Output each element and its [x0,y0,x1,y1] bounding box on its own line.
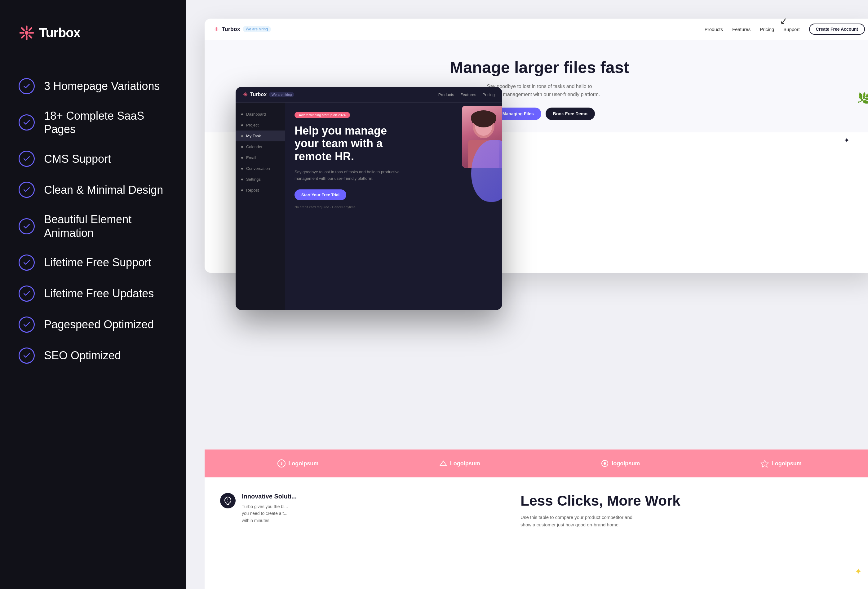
svg-point-8 [604,462,606,465]
sidebar-dot [241,124,243,126]
sidebar-label: Conversation [246,166,270,171]
feature-item: 3 Homepage Variations [19,78,167,94]
dark-nav-pricing[interactable]: Pricing [482,92,495,97]
svg-point-0 [25,31,28,35]
feature-label: 18+ Complete SaaS Pages [44,109,167,136]
hiring-badge-main: We are hiring [243,26,271,32]
spiral-decoration: ↙ [779,15,788,27]
svg-text:S: S [280,462,283,465]
sidebar-dot [241,114,243,115]
star2-decoration: ✦ [844,136,849,145]
check-circle [19,285,35,302]
feature-item: CMS Support [19,151,167,167]
nav-products[interactable]: Products [705,27,723,32]
logo-strip-item-1: S Logoipsum [277,459,318,468]
logo-strip-item-4: Logoipsum [760,459,802,468]
bottom-left: Innovative Soluti... Turbo gives you the… [220,493,502,524]
dark-nav-features[interactable]: Features [461,92,476,97]
logoipsum-1: Logoipsum [288,461,318,467]
feature-item: Beautiful Element Animation [19,213,167,239]
dark-nav-links: Products Features Pricing [438,92,495,97]
nav-features[interactable]: Features [732,27,750,32]
feature-label: Clean & Minimal Design [44,183,163,196]
less-clicks-title: Less Clicks, More Work [521,493,859,509]
feature-label: Lifetime Free Updates [44,287,154,300]
feature-item: Pagespeed Optimized [19,316,167,333]
nav-pricing[interactable]: Pricing [760,27,774,32]
innovative-desc: Turbo gives you the bl...you need to cre… [242,503,297,524]
logo-text-left: Turbox [39,25,80,40]
sidebar-item-dark[interactable]: Repost [236,185,285,196]
sidebar-item-dark[interactable]: Calender [236,141,285,152]
start-trial-button[interactable]: Start Your Free Trial [294,189,346,200]
sidebar-item-dark[interactable]: Dashboard [236,109,285,120]
logoipsum-4: Logoipsum [772,461,802,467]
logo-area: Turbox [19,25,167,41]
main-logo-text: Turbox [221,26,240,32]
sidebar-label: Calender [246,145,263,149]
sidebar-item-dark[interactable]: Email [236,152,285,163]
logoipsum-3: logoipsum [612,461,640,467]
main-browser-nav: ✳ Turbox We are hiring Products Features… [205,19,868,40]
check-circle [19,218,35,234]
check-circle [19,316,35,333]
feature-item: 18+ Complete SaaS Pages [19,109,167,136]
bottom-right: Less Clicks, More Work Use this table to… [521,493,859,528]
feature-label: Pagespeed Optimized [44,318,154,331]
sidebar-dot [241,135,243,137]
logo-strip-item-2: Logoipsum [439,459,480,468]
dark-main-content: Award winning startup on 2024 Help you m… [285,103,502,310]
left-panel: Turbox 3 Homepage Variations 18+ Complet… [0,0,186,589]
feature-label: 3 Homepage Variations [44,79,160,93]
dark-nav-products[interactable]: Products [438,92,454,97]
innovative-section: Innovative Soluti... Turbo gives you the… [220,493,502,524]
sidebar-item-dark[interactable]: My Task [236,130,285,141]
logo-strip-item-3: logoipsum [601,459,640,468]
sidebar-item-dark[interactable]: Project [236,120,285,130]
announce-badge: Award winning startup on 2024 [294,112,350,118]
sidebar-label: Dashboard [246,112,266,117]
check-circle [19,182,35,198]
sidebar-dot [241,157,243,159]
sidebar-dot [241,179,243,180]
check-circle [19,254,35,271]
logoipsum-2: Logoipsum [450,461,480,467]
main-logo-icon: ✳ [214,25,219,33]
dark-hero-subtitle: Say goodbye to lost in tons of tasks and… [294,169,406,182]
innovative-title: Innovative Soluti... [242,493,297,500]
nav-support[interactable]: Support [783,27,800,32]
sidebar-label: Settings [246,177,261,182]
feature-item: Clean & Minimal Design [19,182,167,198]
star-decoration: ✦ [855,566,862,577]
check-circle [19,151,35,167]
dark-hero-title: Help you manage your team with a remote … [294,124,412,163]
innovative-icon [220,493,236,508]
dark-browser-nav: ✳ Turbox We are hiring Products Features… [236,87,502,103]
sidebar-label: My Task [246,134,261,138]
bottom-section: Innovative Soluti... Turbo gives you the… [205,477,868,589]
dark-layout: DashboardProjectMy TaskCalenderEmailConv… [236,103,502,310]
feature-item: Lifetime Free Updates [19,285,167,302]
dark-browser-logo: ✳ Turbox We are hiring [243,91,294,98]
dark-browser-window: ✳ Turbox We are hiring Products Features… [236,87,502,310]
sidebar-label: Email [246,155,256,160]
logo-strip: S Logoipsum Logoipsum logoipsum Logoipsu… [205,450,868,477]
sidebar-item-dark[interactable]: Conversation [236,163,285,174]
book-demo-button[interactable]: Book Free Demo [546,108,595,120]
feature-label: CMS Support [44,152,111,165]
sidebar-label: Project [246,123,258,127]
create-account-button[interactable]: Create Free Account [809,24,865,35]
sidebar-dot [241,168,243,170]
features-list: 3 Homepage Variations 18+ Complete SaaS … [19,78,167,364]
dark-logo-text: Turbox [250,92,267,97]
turbox-logo-icon [19,25,35,41]
right-panel: ↙ 🌿 ✦ ✦ ✳ Turbox We are hiring Products … [186,0,868,589]
less-clicks-desc: Use this table to compare your product c… [521,514,645,528]
dark-sidebar: DashboardProjectMy TaskCalenderEmailConv… [236,103,285,310]
no-credit-card-note: No credit card required · Cancel anytime [294,205,356,209]
check-circle [19,347,35,364]
sidebar-item-dark[interactable]: Settings [236,174,285,185]
sidebar-label: Repost [246,188,259,192]
sidebar-dot [241,146,243,148]
dark-logo-icon: ✳ [243,91,248,98]
